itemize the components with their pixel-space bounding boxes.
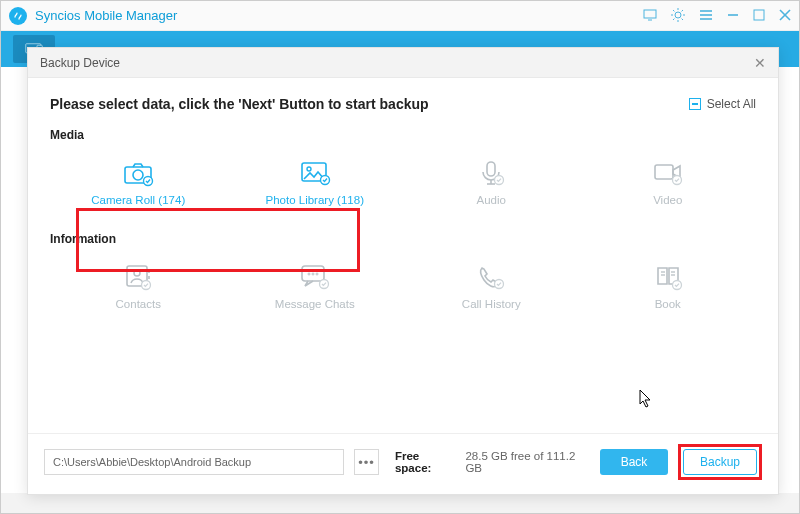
svg-rect-30 [655, 165, 673, 179]
backup-dialog: Backup Device ✕ Please select data, clic… [27, 47, 779, 495]
svg-rect-26 [487, 162, 495, 176]
svg-point-21 [133, 170, 143, 180]
item-camera-roll[interactable]: Camera Roll (174) [50, 150, 227, 216]
settings-gear-icon[interactable] [671, 8, 685, 24]
item-contacts[interactable]: Contacts [50, 254, 227, 320]
svg-line-9 [682, 10, 683, 11]
svg-point-33 [134, 270, 140, 276]
section-info-label: Information [50, 232, 756, 246]
app-title: Syncios Mobile Manager [35, 8, 177, 23]
free-space-label: Free space: [395, 450, 451, 474]
dialog-close-icon[interactable]: ✕ [754, 55, 766, 71]
app-logo-icon [9, 7, 27, 25]
minimize-icon[interactable] [727, 9, 739, 23]
svg-line-8 [682, 18, 683, 19]
contacts-icon [124, 262, 152, 292]
info-grid: Contacts Message Chats Call History [50, 254, 756, 320]
backup-button[interactable]: Backup [683, 449, 757, 475]
audio-icon [478, 158, 504, 188]
svg-point-2 [675, 12, 681, 18]
item-book[interactable]: Book [580, 254, 757, 320]
backup-path-input[interactable] [44, 449, 344, 475]
back-button-label: Back [621, 455, 648, 469]
svg-rect-15 [754, 10, 764, 20]
back-button[interactable]: Back [600, 449, 668, 475]
item-label: Camera Roll (174) [91, 194, 185, 206]
dialog-title: Backup Device [40, 56, 120, 70]
titlebar: Syncios Mobile Manager [1, 1, 799, 31]
messages-icon [300, 262, 330, 292]
item-photo-library[interactable]: Photo Library (118) [227, 150, 404, 216]
instruction-text: Please select data, click the 'Next' But… [50, 96, 429, 112]
camera-icon [123, 158, 153, 188]
statusbar-bg [1, 493, 799, 513]
item-label: Video [653, 194, 682, 206]
select-all-label: Select All [707, 97, 756, 111]
svg-line-10 [673, 18, 674, 19]
dialog-header: Backup Device ✕ [28, 48, 778, 78]
item-label: Contacts [116, 298, 161, 310]
item-label: Call History [462, 298, 521, 310]
maximize-icon[interactable] [753, 9, 765, 23]
screen-icon[interactable] [643, 9, 657, 23]
svg-point-39 [312, 273, 314, 275]
media-grid: Camera Roll (174) Photo Library (118) Au… [50, 150, 756, 216]
highlight-backup-button: Backup [678, 444, 762, 480]
item-video[interactable]: Video [580, 150, 757, 216]
svg-line-7 [673, 10, 674, 11]
dialog-footer: ••• Free space: 28.5 GB free of 111.2 GB… [28, 433, 778, 494]
item-label: Photo Library (118) [266, 194, 364, 206]
close-icon[interactable] [779, 9, 791, 23]
svg-point-38 [308, 273, 310, 275]
item-label: Audio [477, 194, 506, 206]
dialog-body: Please select data, click the 'Next' But… [28, 78, 778, 433]
video-icon [653, 158, 683, 188]
select-all-toggle[interactable]: Select All [689, 97, 756, 111]
book-icon [654, 262, 682, 292]
app-window: Syncios Mobile Manager Backup Device ✕ P… [0, 0, 800, 514]
item-message-chats[interactable]: Message Chats [227, 254, 404, 320]
svg-point-40 [316, 273, 318, 275]
section-media-label: Media [50, 128, 756, 142]
item-call-history[interactable]: Call History [403, 254, 580, 320]
window-controls [643, 8, 791, 24]
svg-point-24 [307, 167, 311, 171]
call-history-icon [477, 262, 505, 292]
select-all-checkbox-icon [689, 98, 701, 110]
item-label: Book [655, 298, 681, 310]
free-space-value: 28.5 GB free of 111.2 GB [465, 450, 580, 474]
item-label: Message Chats [275, 298, 355, 310]
svg-rect-0 [644, 10, 656, 18]
photo-icon [300, 158, 330, 188]
menu-icon[interactable] [699, 9, 713, 23]
browse-path-button[interactable]: ••• [354, 449, 379, 475]
backup-button-label: Backup [700, 455, 740, 469]
item-audio[interactable]: Audio [403, 150, 580, 216]
